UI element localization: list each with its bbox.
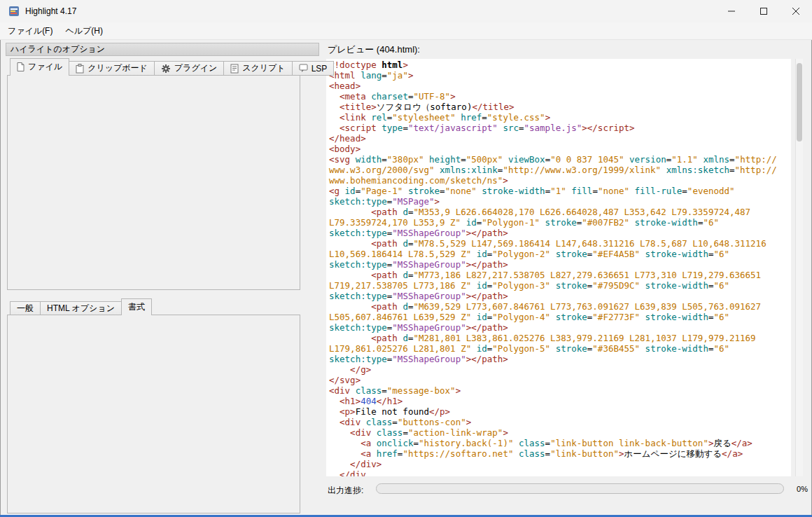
file-icon bbox=[17, 62, 24, 71]
minimize-icon bbox=[728, 8, 735, 15]
maximize-icon bbox=[760, 8, 767, 15]
app-icon bbox=[8, 6, 20, 17]
options-tabbar: 一般 HTML オプション 書式 bbox=[10, 298, 151, 315]
menu-help[interactable]: ヘルプ(H) bbox=[59, 22, 109, 40]
preview-scrollbar[interactable] bbox=[795, 59, 803, 476]
menubar: ファイル(F) ヘルプ(H) bbox=[0, 22, 812, 40]
tab-general[interactable]: 一般 bbox=[10, 301, 41, 315]
tab-lsp[interactable]: LSP bbox=[292, 61, 335, 76]
menu-file[interactable]: ファイル(F) bbox=[1, 22, 59, 40]
code-preview[interactable]: <!doctype html><html lang="ja"><head> <m… bbox=[326, 59, 791, 476]
minimize-button[interactable] bbox=[715, 1, 748, 22]
maximize-button[interactable] bbox=[748, 1, 780, 22]
progress-bar bbox=[376, 483, 784, 494]
script-icon bbox=[230, 64, 239, 74]
clipboard-icon bbox=[76, 64, 84, 74]
close-button[interactable] bbox=[780, 1, 811, 22]
progress-label: 出力進捗: bbox=[328, 485, 363, 497]
tab-format[interactable]: 書式 bbox=[121, 298, 152, 315]
tab-plugins[interactable]: プラグイン bbox=[154, 61, 224, 76]
format-tab-pane bbox=[7, 315, 300, 513]
tab-files[interactable]: ファイル bbox=[10, 58, 69, 76]
lsp-icon bbox=[299, 64, 308, 73]
tab-html-options[interactable]: HTML オプション bbox=[40, 301, 122, 315]
code-lines: <!doctype html><html lang="ja"><head> <m… bbox=[329, 60, 791, 476]
progress-percent: 0% bbox=[790, 485, 808, 493]
titlebar: Highlight 4.17 bbox=[0, 0, 812, 22]
file-tab-pane bbox=[7, 75, 300, 290]
preview-label: プレビュー (404.html): bbox=[328, 43, 420, 56]
app-window: Highlight 4.17 ファイル(F) ヘルプ(H) ハイライトのオプショ… bbox=[0, 0, 812, 517]
dock-title: ハイライトのオプション bbox=[6, 43, 319, 56]
tab-script[interactable]: スクリプト bbox=[223, 61, 292, 76]
scrollbar-thumb[interactable] bbox=[797, 63, 802, 142]
main-tabbar: ファイル クリップボード プラグイン スクリプト LSP bbox=[10, 58, 333, 76]
tab-clipboard[interactable]: クリップボード bbox=[69, 61, 155, 76]
close-icon bbox=[792, 8, 799, 15]
plugin-icon bbox=[161, 64, 171, 74]
window-title: Highlight 4.17 bbox=[25, 6, 76, 16]
